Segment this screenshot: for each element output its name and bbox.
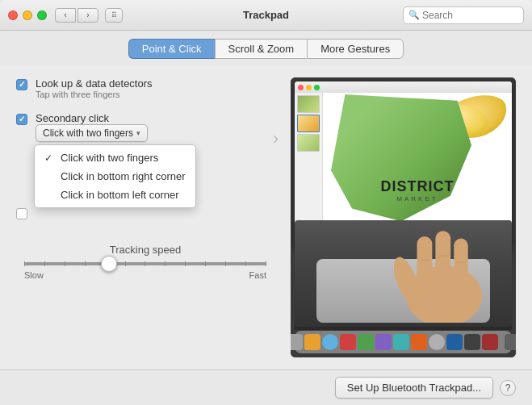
- district-sub-label: MARKET: [381, 195, 455, 202]
- lookup-title: Look up & data detectors: [36, 77, 153, 90]
- dock-icon-14: [505, 334, 517, 350]
- slider-thumb[interactable]: [101, 256, 117, 272]
- nav-buttons: ‹ ›: [55, 8, 98, 23]
- slide-thumb-1: [297, 95, 320, 113]
- secondary-click-row: ✓ Secondary click Click with two fingers…: [16, 112, 274, 142]
- grid-button[interactable]: ⠿: [105, 8, 123, 23]
- right-panel: DISTRICT MARKET command command: [291, 77, 516, 357]
- dock-icon-10: [429, 334, 445, 350]
- district-title-label: DISTRICT: [381, 178, 455, 195]
- search-box[interactable]: 🔍: [403, 6, 524, 24]
- district-text: DISTRICT MARKET: [381, 178, 455, 202]
- dropdown-label: Click with two fingers: [43, 127, 133, 139]
- tab-scroll-zoom[interactable]: Scroll & Zoom: [215, 39, 308, 59]
- lookup-checkbox[interactable]: ✓: [16, 79, 27, 90]
- tracking-section: Tracking speed: [16, 244, 274, 280]
- dock-icon-8: [393, 334, 409, 350]
- titlebar: ‹ › ⠿ Trackpad 🔍: [0, 0, 532, 31]
- dropdown-item-two-fingers[interactable]: ✓ Click with two fingers: [35, 148, 195, 167]
- help-button[interactable]: ?: [500, 380, 516, 396]
- window: ‹ › ⠿ Trackpad 🔍 Point & Click Scroll & …: [0, 0, 532, 405]
- traffic-lights: [8, 10, 47, 20]
- dropdown-item-bottom-left[interactable]: Click in bottom left corner: [35, 186, 195, 204]
- pres-min: [306, 85, 312, 90]
- slider-container: Slow Fast: [24, 262, 266, 280]
- fast-label: Fast: [249, 270, 266, 280]
- setup-bluetooth-button[interactable]: Set Up Bluetooth Trackpad...: [335, 377, 493, 399]
- dock-icon-13: [482, 334, 498, 350]
- bottom-bar: Set Up Bluetooth Trackpad... ?: [0, 370, 532, 405]
- close-button[interactable]: [8, 10, 18, 20]
- dropdown-item-bottom-right[interactable]: Click in bottom right corner: [35, 167, 195, 186]
- dock-icon-11: [446, 334, 463, 350]
- lookup-option-text: Look up & data detectors Tap with three …: [36, 77, 153, 99]
- maximize-button[interactable]: [37, 10, 47, 20]
- arrow-right-icon: ›: [273, 128, 279, 149]
- pres-max: [314, 85, 320, 90]
- dock-icon-2: [291, 334, 303, 350]
- check-icon-3: ✓: [44, 152, 56, 164]
- dock-icon-7: [375, 334, 392, 350]
- hand-icon: [368, 220, 498, 323]
- window-title: Trackpad: [243, 9, 289, 21]
- grid-icon: ⠿: [111, 11, 117, 19]
- dock-icon-9: [411, 334, 427, 350]
- dock-icon-5: [340, 334, 356, 350]
- lookup-option-row: ✓ Look up & data detectors Tap with thre…: [16, 77, 274, 99]
- preview-mac: DISTRICT MARKET command command: [291, 77, 516, 357]
- check-icon: ✓: [19, 81, 25, 89]
- back-button[interactable]: ‹: [55, 8, 76, 23]
- slow-label: Slow: [24, 270, 44, 280]
- trackpad-area: [295, 220, 512, 327]
- secondary-click-checkbox[interactable]: ✓: [16, 114, 27, 125]
- secondary-click-dropdown[interactable]: Click with two fingers ▾: [36, 124, 148, 142]
- chevron-down-icon: ▾: [136, 129, 140, 137]
- secondary-click-title: Secondary click: [36, 112, 148, 124]
- slider-labels: Slow Fast: [24, 270, 266, 280]
- main-content: ✓ Look up & data detectors Tap with thre…: [0, 65, 532, 365]
- slide-thumb-3: [297, 134, 320, 152]
- check-icon-2: ✓: [19, 115, 25, 123]
- tap-click-row: [16, 207, 274, 219]
- slide-thumb-2: [297, 115, 320, 132]
- dropdown-menu: ✓ Click with two fingers Click in bottom…: [34, 144, 196, 208]
- tracking-label: Tracking speed: [16, 244, 274, 256]
- dock-icon-12: [464, 334, 480, 350]
- slider-track: [24, 262, 266, 265]
- secondary-click-text: Secondary click Click with two fingers ▾…: [36, 112, 148, 142]
- minimize-button[interactable]: [23, 10, 32, 20]
- lookup-subtitle: Tap with three fingers: [36, 90, 153, 99]
- pres-close: [298, 85, 304, 90]
- dock-icon-4: [322, 334, 338, 350]
- svg-rect-1: [417, 236, 432, 295]
- tab-more-gestures[interactable]: More Gestures: [307, 39, 404, 59]
- trackpad-device: [316, 259, 490, 323]
- search-input[interactable]: [422, 10, 518, 21]
- dock-icon-6: [358, 334, 374, 350]
- svg-rect-2: [435, 231, 450, 296]
- dock-icon-3: [304, 334, 320, 350]
- forward-button[interactable]: ›: [77, 8, 98, 23]
- svg-rect-3: [454, 238, 467, 295]
- tap-click-checkbox[interactable]: [16, 208, 27, 219]
- dock-bar: [295, 331, 512, 353]
- tab-bar: Point & Click Scroll & Zoom More Gesture…: [0, 31, 532, 65]
- pres-titlebar: [295, 81, 512, 93]
- search-icon: 🔍: [408, 10, 420, 20]
- tab-point-click[interactable]: Point & Click: [128, 39, 215, 59]
- left-panel: ✓ Look up & data detectors Tap with thre…: [16, 77, 274, 357]
